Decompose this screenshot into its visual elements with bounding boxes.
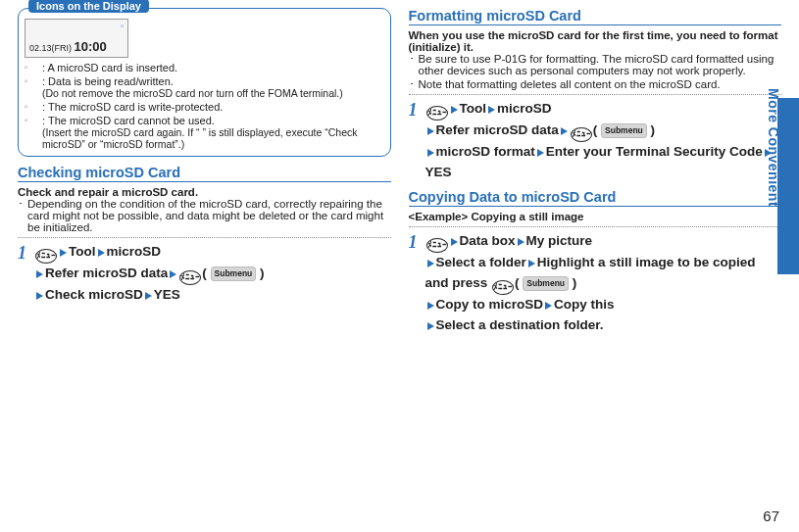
arrow-icon (427, 322, 434, 330)
nav-enter: Enter your Terminal Security Code (546, 144, 763, 159)
arrow-icon (545, 302, 552, 310)
arrow-icon (451, 106, 458, 114)
sd-rw-icon: ▫ (25, 75, 38, 86)
section-subtitle: Check and repair a microSD card. (18, 186, 391, 198)
legend-text: : Data is being read/written. (42, 75, 384, 87)
arrow-icon (36, 292, 43, 300)
section-title: Checking microSD Card (18, 165, 391, 182)
submenu-button: Submenu (601, 123, 647, 138)
arrow-icon (451, 238, 458, 246)
step-number: 1 (409, 231, 418, 336)
icons-display-box: Icons on the Display ▫ 02.13(FRI) 10:00 … (18, 8, 391, 157)
menu-button-icon: ﾒﾆｭｰ (492, 280, 514, 295)
menu-button-icon: ﾒﾆｭｰ (179, 270, 201, 285)
bullet-text: Be sure to use P-01G for formatting. The… (419, 53, 782, 76)
nav-microsd: microSD (497, 101, 552, 116)
legend-text: : A microSD card is inserted. (42, 62, 384, 73)
nav-seldest: Select a destination folder. (436, 317, 604, 332)
bullet: ･ Note that formatting deletes all conte… (409, 78, 782, 90)
sd-icon: ▫ (121, 22, 124, 30)
nav-tool: Tool (460, 101, 487, 116)
section-subtitle: <Example> Copying a still image (409, 211, 782, 222)
phone-date: 02.13(FRI) (29, 43, 72, 53)
bullet-text: Note that formatting deletes all content… (419, 78, 721, 90)
sd-lock-icon: ▫ (25, 101, 38, 112)
icon-legend-list: ▫ : A microSD card is inserted. ▫ : Data… (25, 62, 384, 150)
nav-selfolder: Select a folder (436, 255, 526, 269)
nav-yes: YES (425, 165, 452, 179)
submenu-button: Submenu (211, 266, 257, 281)
arrow-icon (145, 292, 152, 300)
nav-check: Check microSD (45, 287, 143, 302)
nav-format: microSD format (436, 144, 535, 159)
phone-screenshot: ▫ 02.13(FRI) 10:00 (25, 19, 128, 58)
divider (18, 237, 391, 238)
arrow-icon (528, 260, 535, 267)
step-number: 1 (409, 99, 418, 183)
step-1: 1 ﾒﾆｭｰToolmicroSD Refer microSD dataﾒﾆｭｰ… (18, 242, 391, 306)
step-1: 1 ﾒﾆｭｰToolmicroSD Refer microSD dataﾒﾆｭｰ… (409, 99, 782, 183)
legend-text: : The microSD card cannot be used. (42, 115, 384, 126)
nav-copythis: Copy this (554, 297, 615, 312)
nav-microsd: microSD (107, 244, 162, 259)
page-number: 67 (763, 508, 779, 524)
arrow-icon (36, 270, 43, 278)
nav-tool: Tool (69, 244, 96, 259)
side-label: More Convenient (766, 88, 781, 207)
sd-icon: ▫ (25, 62, 38, 73)
nav-databox: Data box (460, 233, 516, 248)
divider (409, 94, 782, 95)
arrow-icon (427, 149, 434, 157)
arrow-icon (561, 127, 568, 135)
step-1: 1 ﾒﾆｭｰData boxMy picture Select a folder… (409, 231, 782, 336)
arrow-icon (427, 302, 434, 310)
section-title: Copying Data to microSD Card (409, 189, 782, 207)
section-title: Formatting microSD Card (409, 8, 782, 25)
nav-copyto: Copy to microSD (436, 297, 544, 312)
legend-note: (Do not remove the microSD card nor turn… (42, 87, 384, 99)
menu-button-icon: ﾒﾆｭｰ (35, 249, 57, 264)
legend-text: : The microSD card is write-protected. (42, 101, 384, 113)
arrow-icon (427, 127, 434, 135)
sd-error-icon: ▫ (25, 115, 38, 125)
phone-time: 10:00 (75, 39, 107, 54)
menu-button-icon: ﾒﾆｭｰ (426, 238, 448, 253)
arrow-icon (518, 238, 524, 246)
arrow-icon (98, 249, 105, 257)
arrow-icon (537, 149, 544, 157)
submenu-button: Submenu (523, 276, 569, 291)
menu-button-icon: ﾒﾆｭｰ (571, 127, 592, 142)
bullet: ･ Depending on the condition of the micr… (18, 198, 391, 233)
bullet-text: Depending on the condition of the microS… (27, 198, 391, 233)
arrow-icon (427, 260, 434, 267)
arrow-icon (170, 270, 176, 278)
arrow-icon (60, 249, 67, 257)
legend-note: (Insert the microSD card again. If “ ” i… (42, 126, 384, 150)
bullet: ･ Be sure to use P-01G for formatting. T… (409, 53, 782, 76)
nav-mypic: My picture (526, 233, 593, 248)
section-subtitle: When you use the microSD card for the fi… (409, 29, 782, 53)
nav-refer: Refer microSD data (436, 122, 559, 137)
box-tab: Icons on the Display (28, 0, 149, 13)
divider (409, 226, 782, 227)
menu-button-icon: ﾒﾆｭｰ (426, 106, 448, 121)
arrow-icon (488, 106, 495, 114)
nav-yes: YES (154, 287, 180, 302)
step-number: 1 (18, 242, 26, 306)
nav-refer: Refer microSD data (45, 266, 168, 280)
